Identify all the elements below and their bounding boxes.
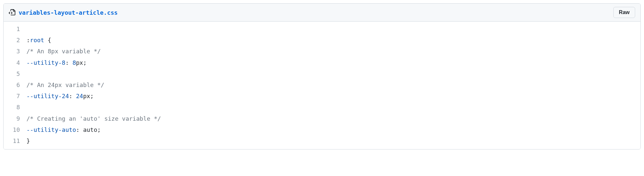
code-line: 10--utility-auto: auto; (4, 124, 640, 135)
code-token: } (26, 137, 30, 144)
line-number[interactable]: 7 (4, 91, 26, 102)
code-token: ; (83, 59, 87, 66)
code-token: --utility-auto (26, 126, 76, 133)
code-body: 1 2:root {3/* An 8px variable */4--utili… (4, 22, 640, 149)
line-number[interactable]: 3 (4, 46, 26, 57)
code-content[interactable] (26, 24, 640, 35)
code-token: { (44, 37, 51, 44)
code-content[interactable]: /* An 24px variable */ (26, 79, 640, 91)
code-token: root (30, 37, 44, 44)
file-name-link[interactable]: variables-layout-article.css (19, 9, 118, 16)
code-line: 4--utility-8: 8px; (4, 57, 640, 68)
code-line: 7--utility-24: 24px; (4, 91, 640, 102)
raw-button[interactable]: Raw (613, 7, 635, 18)
code-line: 8 (4, 102, 640, 113)
code-token: ; (97, 126, 101, 133)
code-content[interactable]: --utility-8: 8px; (26, 57, 640, 68)
code-line: 3/* An 8px variable */ (4, 46, 640, 57)
code-token: --utility-24 (26, 93, 69, 99)
code-content[interactable] (26, 68, 640, 79)
code-content[interactable] (26, 102, 640, 113)
line-number[interactable]: 6 (4, 79, 26, 91)
file-header: variables-layout-article.css Raw (4, 4, 640, 22)
code-content[interactable]: --utility-24: 24px; (26, 91, 640, 102)
code-token: --utility-8 (26, 59, 65, 66)
code-file-icon (9, 9, 15, 16)
code-token: px (83, 93, 90, 99)
code-line: 5 (4, 68, 640, 79)
line-number[interactable]: 9 (4, 113, 26, 124)
code-token: 24 (76, 93, 83, 99)
code-token: : (76, 126, 83, 133)
code-content[interactable]: /* Creating an 'auto' size variable */ (26, 113, 640, 124)
code-token: px (76, 59, 83, 66)
code-token: : (26, 37, 30, 44)
code-token: /* Creating an 'auto' size variable */ (26, 115, 161, 122)
line-number[interactable]: 2 (4, 35, 26, 46)
line-number[interactable]: 11 (4, 135, 26, 147)
line-number[interactable]: 5 (4, 68, 26, 79)
line-number[interactable]: 10 (4, 124, 26, 135)
line-number[interactable]: 4 (4, 57, 26, 68)
code-token: : (69, 93, 76, 99)
code-content[interactable]: /* An 8px variable */ (26, 46, 640, 57)
code-token: /* An 8px variable */ (26, 48, 101, 55)
line-number[interactable]: 8 (4, 102, 26, 113)
code-line: 2:root { (4, 35, 640, 46)
code-token: /* An 24px variable */ (26, 81, 104, 88)
code-token: 8 (72, 59, 76, 66)
code-line: 6/* An 24px variable */ (4, 79, 640, 91)
code-token: : (65, 59, 72, 66)
code-line: 1 (4, 24, 640, 35)
code-token: ; (90, 93, 94, 99)
code-content[interactable]: } (26, 135, 640, 147)
line-number[interactable]: 1 (4, 24, 26, 35)
code-line: 11} (4, 135, 640, 147)
file-title-group: variables-layout-article.css (9, 9, 118, 16)
file-box: variables-layout-article.css Raw 1 2:roo… (3, 3, 641, 150)
code-content[interactable]: :root { (26, 35, 640, 46)
code-line: 9/* Creating an 'auto' size variable */ (4, 113, 640, 124)
code-content[interactable]: --utility-auto: auto; (26, 124, 640, 135)
code-token: auto (83, 126, 97, 133)
